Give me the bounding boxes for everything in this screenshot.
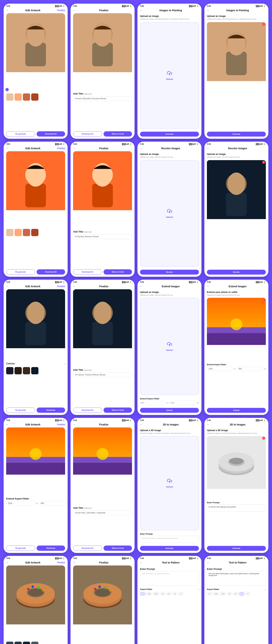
ratio-chip-5[interactable]: 2:3 — [172, 592, 178, 596]
thumbnail-1[interactable] — [14, 367, 22, 374]
back-button[interactable]: ← — [6, 9, 9, 12]
btn-1[interactable]: Share to Feed — [104, 269, 132, 274]
btn-1[interactable]: Download All — [37, 131, 65, 136]
ratio-chip-6[interactable]: 1:7 — [178, 592, 184, 596]
back-button[interactable]: ← — [73, 561, 76, 564]
back-button[interactable]: ← — [140, 147, 142, 150]
close-button[interactable]: ✕ — [262, 437, 265, 440]
width-input[interactable] — [6, 501, 34, 506]
btn-0[interactable]: Download Art — [73, 546, 102, 551]
action-btn[interactable]: Recolor — [207, 270, 266, 274]
action-btn[interactable]: Generate — [140, 132, 199, 136]
plus-badge[interactable]: + — [6, 88, 9, 91]
action-btn[interactable]: Recolor — [140, 270, 199, 274]
btn-1[interactable]: Download — [37, 408, 65, 413]
thumbnail-1[interactable] — [14, 642, 22, 644]
thumbnail-3[interactable] — [31, 229, 38, 236]
nav-action[interactable]: Finalize — [57, 423, 65, 426]
ratio-chip-1[interactable]: 9:16 — [146, 592, 152, 596]
btn-0[interactable]: Re-generate — [6, 131, 35, 136]
btn-1[interactable]: Share to Feed — [104, 408, 132, 413]
thumbnail-0[interactable] — [6, 642, 14, 644]
ratio-chip-6[interactable]: 1:7 — [245, 592, 250, 596]
thumbnail-3[interactable] — [31, 642, 38, 644]
back-button[interactable]: ← — [207, 423, 210, 426]
thumbnail-2[interactable] — [23, 229, 30, 236]
prompt-input[interactable]: Type the pattern you want to generate... — [140, 571, 199, 586]
ratio-chip-4[interactable]: 4:3 — [233, 592, 238, 596]
upload-area[interactable]: Upload — [140, 22, 199, 129]
back-button[interactable]: ← — [6, 423, 9, 426]
btn-1[interactable]: Download — [37, 546, 65, 551]
back-button[interactable]: ← — [73, 9, 76, 12]
btn-1[interactable]: Download All — [37, 269, 65, 274]
nav-action[interactable]: Finalize — [57, 147, 65, 150]
btn-0[interactable]: Download Art — [73, 269, 102, 274]
btn-1[interactable]: Share to Feed — [104, 131, 132, 136]
back-button[interactable]: ← — [207, 561, 210, 564]
nav-action[interactable]: Finalize — [57, 9, 65, 12]
extend-btn[interactable]: Extend — [140, 408, 199, 413]
thumbnail-3[interactable] — [31, 367, 38, 374]
thumbnail-3[interactable] — [31, 94, 38, 101]
title-input[interactable]: AI Colorize: Portrait of African Woman — [73, 372, 132, 377]
btn-1[interactable]: Share to Feed — [104, 546, 132, 551]
btn-0[interactable]: Download Art — [73, 408, 102, 413]
ratio-chip-3[interactable]: 2:3 — [160, 592, 166, 596]
back-button[interactable]: ← — [6, 147, 9, 150]
thumbnail-0[interactable] — [6, 229, 14, 236]
height-input[interactable] — [237, 367, 263, 371]
upload-area[interactable]: Upload — [140, 298, 199, 395]
height-input[interactable] — [39, 501, 68, 506]
upload-area[interactable]: Upload — [140, 436, 199, 530]
action-btn[interactable]: Generate — [207, 132, 266, 136]
prompt-input[interactable]: Type the 3D effect or object you want to… — [140, 536, 199, 543]
generate-btn[interactable]: Generate — [207, 546, 266, 551]
btn-0[interactable]: Re-generate — [6, 269, 35, 274]
title-input[interactable]: Sunset View: Lake Atitlan, Guatemala — [73, 510, 132, 515]
thumbnail-2[interactable] — [23, 367, 30, 374]
prompt-input[interactable]: Pink and yellow floral pattern, green an… — [207, 571, 266, 586]
btn-0[interactable]: Download Art — [73, 131, 102, 136]
ratio-chip-3[interactable]: 2:3 — [227, 592, 232, 596]
ratio-chip-1[interactable]: 9:16 — [213, 592, 219, 596]
ratio-chip-0[interactable]: 1:1 — [207, 592, 212, 596]
ratio-chip-0[interactable]: 1:1 — [140, 592, 145, 596]
thumbnail-2[interactable] — [23, 642, 30, 644]
thumbnail-2[interactable] — [23, 94, 30, 101]
generate-btn[interactable]: Generate — [140, 546, 199, 551]
title-input[interactable]: Portrait of Beautiful Caucasian Woman — [73, 96, 132, 101]
back-button[interactable]: ← — [73, 147, 76, 150]
prompt-input[interactable]: 3D donuts with toppings and sprinkles — [207, 504, 266, 512]
back-button[interactable]: ← — [6, 561, 9, 564]
ratio-chip-2[interactable]: 16:9 — [153, 592, 159, 596]
back-button[interactable]: ← — [140, 285, 142, 288]
ratio-chip-5[interactable]: 2:3 — [239, 592, 244, 596]
width-input[interactable] — [207, 367, 232, 371]
back-button[interactable]: ← — [207, 285, 210, 288]
back-button[interactable]: ← — [207, 9, 210, 12]
nav-action[interactable]: Finalize — [57, 285, 65, 288]
upload-area[interactable]: Upload — [140, 160, 199, 267]
back-button[interactable]: ← — [140, 423, 142, 426]
title-input[interactable]: AI Painting: Woman's Portrait — [73, 234, 132, 239]
btn-0[interactable]: Re-generate — [6, 408, 35, 413]
back-button[interactable]: ← — [73, 285, 76, 288]
back-button[interactable]: ← — [73, 423, 76, 426]
height-input[interactable] — [176, 401, 196, 405]
thumbnail-1[interactable] — [14, 229, 22, 236]
close-button[interactable]: ✕ — [262, 23, 265, 26]
back-button[interactable]: ← — [6, 285, 9, 288]
thumbnail-0[interactable] — [6, 94, 14, 101]
thumbnail-0[interactable] — [6, 367, 14, 374]
back-button[interactable]: ← — [140, 561, 142, 564]
back-button[interactable]: ← — [140, 9, 142, 12]
nav-action[interactable]: Finalize — [57, 561, 65, 564]
width-input[interactable] — [146, 401, 165, 405]
btn-0[interactable]: Re-generate — [6, 546, 35, 551]
back-button[interactable]: ← — [207, 147, 210, 150]
ratio-chip-4[interactable]: 4:3 — [166, 592, 171, 596]
ratio-chip-2[interactable]: 16:9 — [220, 592, 226, 596]
thumbnail-1[interactable] — [14, 94, 22, 101]
extend-btn[interactable]: Extend — [207, 408, 266, 413]
